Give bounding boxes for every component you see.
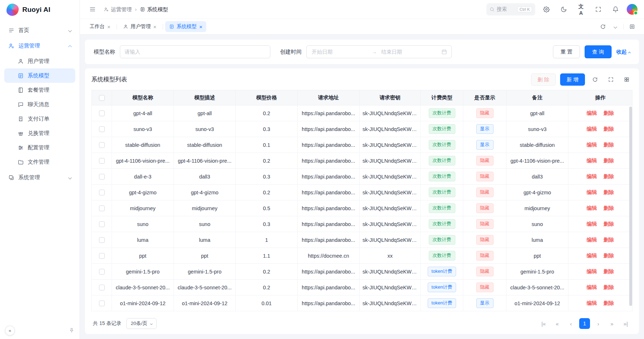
sidebar-item-redeem-management[interactable]: 兑换管理	[4, 126, 75, 140]
dark-mode-button[interactable]	[558, 3, 570, 15]
language-button[interactable]: 文A	[575, 3, 587, 15]
row-checkbox[interactable]	[99, 221, 105, 227]
add-button[interactable]: 新 增	[560, 73, 585, 86]
column-header-model-name[interactable]: 模型名称	[112, 90, 174, 105]
edit-link[interactable]: 编辑	[587, 158, 597, 163]
sidebar-item-system-management[interactable]: 系统管理	[4, 170, 75, 185]
row-checkbox[interactable]	[99, 110, 105, 116]
delete-link[interactable]: 删除	[604, 300, 614, 306]
sidebar-toggle-button[interactable]	[86, 3, 99, 15]
select-all-checkbox[interactable]	[99, 95, 105, 101]
end-date-input[interactable]	[380, 49, 438, 55]
query-button[interactable]: 查 询	[585, 45, 612, 58]
start-date-input[interactable]	[311, 49, 368, 55]
edit-link[interactable]: 编辑	[587, 126, 597, 132]
row-checkbox[interactable]	[99, 253, 105, 259]
delete-link[interactable]: 删除	[604, 284, 614, 290]
date-range-picker[interactable]: →	[306, 45, 452, 58]
delete-link[interactable]: 删除	[604, 126, 614, 132]
model-name-input[interactable]	[120, 45, 270, 58]
sidebar-item-operations[interactable]: 运营管理	[4, 39, 75, 53]
pager-last-button[interactable]: »|	[620, 318, 631, 329]
edit-link[interactable]: 编辑	[587, 300, 597, 306]
sidebar-item-user-management[interactable]: 用户管理	[4, 54, 75, 68]
delete-link[interactable]: 删除	[604, 142, 614, 148]
batch-delete-button[interactable]: 删 除	[531, 73, 556, 86]
edit-link[interactable]: 编辑	[587, 142, 597, 148]
delete-link[interactable]: 删除	[604, 221, 614, 227]
user-avatar[interactable]	[627, 4, 638, 15]
column-header-request-url[interactable]: 请求地址	[298, 90, 360, 105]
tab-options-button[interactable]	[609, 21, 621, 33]
breadcrumb-item-operations[interactable]: 运营管理	[104, 6, 132, 13]
breadcrumb-item-system-model[interactable]: 系统模型	[140, 6, 168, 13]
fullscreen-button[interactable]	[592, 3, 604, 15]
row-checkbox[interactable]	[99, 269, 105, 275]
close-icon[interactable]: ×	[153, 24, 157, 30]
edit-link[interactable]: 编辑	[587, 110, 597, 116]
pager-next-button[interactable]: ›	[593, 318, 604, 329]
edit-link[interactable]: 编辑	[587, 284, 597, 290]
edit-link[interactable]: 编辑	[587, 189, 597, 195]
table-fullscreen-button[interactable]	[605, 74, 617, 85]
pager-prev-group-button[interactable]: «	[552, 318, 563, 329]
content-fullscreen-button[interactable]	[626, 21, 638, 33]
close-icon[interactable]: ×	[107, 24, 111, 30]
delete-link[interactable]: 删除	[604, 268, 614, 274]
sidebar-item-file-management[interactable]: 文件管理	[4, 155, 75, 169]
close-icon[interactable]: ×	[199, 24, 203, 30]
tab-user-management[interactable]: 用户管理 ×	[119, 21, 161, 32]
edit-link[interactable]: 编辑	[587, 205, 597, 211]
pin-icon[interactable]	[69, 327, 75, 333]
table-scrollbar[interactable]	[629, 107, 632, 306]
row-checkbox[interactable]	[99, 205, 105, 211]
delete-link[interactable]: 删除	[604, 173, 614, 179]
sidebar-item-config-management[interactable]: 配置管理	[4, 140, 75, 155]
column-header-billing-type[interactable]: 计费类型	[421, 90, 463, 105]
pager-next-group-button[interactable]: »	[607, 318, 617, 329]
settings-button[interactable]	[540, 3, 553, 15]
global-search[interactable]: 搜索 Ctrl K	[486, 3, 535, 15]
row-checkbox[interactable]	[99, 300, 105, 306]
collapse-filter-link[interactable]: 收起	[616, 49, 630, 55]
pager-page-1-button[interactable]: 1	[579, 318, 590, 329]
column-header-visibility[interactable]: 是否显示	[463, 90, 506, 105]
edit-link[interactable]: 编辑	[587, 237, 597, 243]
row-checkbox[interactable]	[99, 285, 105, 290]
delete-link[interactable]: 删除	[604, 158, 614, 163]
delete-link[interactable]: 删除	[604, 237, 614, 243]
row-checkbox[interactable]	[99, 190, 105, 195]
row-checkbox[interactable]	[99, 174, 105, 180]
tab-system-model[interactable]: 系统模型 ×	[165, 21, 207, 32]
tab-workbench[interactable]: 工作台 ×	[86, 21, 114, 32]
row-checkbox[interactable]	[99, 142, 105, 148]
edit-link[interactable]: 编辑	[587, 221, 597, 227]
column-header-remark[interactable]: 备注	[506, 90, 568, 105]
refresh-table-button[interactable]	[589, 74, 601, 85]
sidebar-item-payment-orders[interactable]: 支付订单	[4, 112, 75, 126]
sidebar-item-system-model[interactable]: 系统模型	[4, 68, 75, 83]
sidebar-item-home[interactable]: 首页	[4, 23, 75, 37]
column-header-model-price[interactable]: 模型价格	[236, 90, 298, 105]
column-header-model-desc[interactable]: 模型描述	[174, 90, 236, 105]
sidebar-item-package-management[interactable]: 套餐管理	[4, 83, 75, 97]
pager-prev-button[interactable]: ‹	[566, 318, 576, 329]
edit-link[interactable]: 编辑	[587, 268, 597, 274]
edit-link[interactable]: 编辑	[587, 173, 597, 179]
delete-link[interactable]: 删除	[604, 205, 614, 211]
refresh-tab-button[interactable]	[597, 21, 609, 33]
column-header-request-key[interactable]: 请求密钥	[360, 90, 421, 105]
delete-link[interactable]: 删除	[604, 253, 614, 258]
pager-first-button[interactable]: |«	[538, 318, 549, 329]
row-checkbox[interactable]	[99, 126, 105, 132]
delete-link[interactable]: 删除	[604, 189, 614, 195]
reset-button[interactable]: 重 置	[553, 45, 580, 58]
column-settings-button[interactable]	[621, 74, 632, 85]
logo[interactable]: Ruoyi AI	[0, 0, 80, 19]
notifications-button[interactable]	[609, 3, 622, 15]
delete-link[interactable]: 删除	[604, 110, 614, 116]
sidebar-collapse-button[interactable]: «	[5, 326, 15, 335]
row-checkbox[interactable]	[99, 158, 105, 164]
sidebar-item-chat-messages[interactable]: 聊天消息	[4, 97, 75, 112]
page-size-select[interactable]: 20条/页	[126, 318, 157, 329]
